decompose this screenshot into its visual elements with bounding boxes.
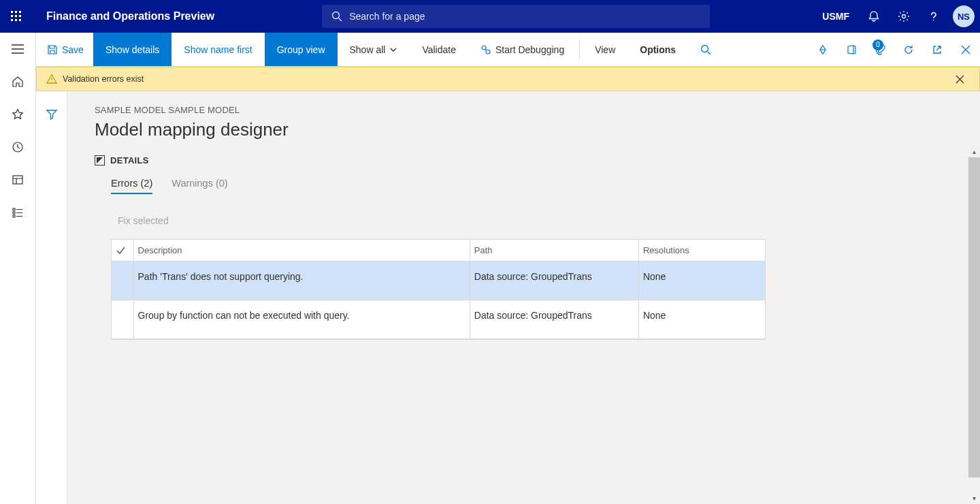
scroll-down-arrow[interactable]: ▾ <box>968 492 980 504</box>
svg-rect-7 <box>15 19 17 21</box>
close-icon <box>961 45 970 54</box>
modules-icon <box>12 206 24 219</box>
details-label: DETAILS <box>110 155 149 166</box>
refresh-icon <box>903 44 914 55</box>
cell-resolutions: None <box>638 300 765 339</box>
tab-errors[interactable]: Errors (2) <box>111 178 152 194</box>
waffle-icon <box>11 11 22 22</box>
nav-recent[interactable] <box>0 131 36 163</box>
nav-home[interactable] <box>0 65 36 98</box>
cell-path: Data source: GroupedTrans <box>470 262 638 300</box>
notifications-button[interactable] <box>859 0 889 33</box>
page-title: Model mapping designer <box>95 119 953 140</box>
svg-line-20 <box>708 51 711 54</box>
validate-button[interactable]: Validate <box>410 33 468 66</box>
validation-banner: Validation errors exist <box>36 67 980 91</box>
col-resolutions[interactable]: Resolutions <box>638 240 765 262</box>
caret-icon <box>95 155 105 166</box>
debug-icon <box>480 44 491 55</box>
show-all-button[interactable]: Show all <box>338 33 410 66</box>
banner-close-button[interactable] <box>956 75 970 84</box>
nav-modules[interactable] <box>0 196 36 229</box>
start-debugging-label: Start Debugging <box>495 44 564 55</box>
popout-icon <box>932 44 943 55</box>
refresh-button[interactable] <box>894 33 923 67</box>
nav-favorites[interactable] <box>0 98 36 131</box>
col-path[interactable]: Path <box>470 240 638 262</box>
funnel-icon <box>46 108 58 121</box>
show-name-first-button[interactable]: Show name first <box>172 33 264 66</box>
svg-rect-0 <box>11 11 13 13</box>
product-title: Finance and Operations Preview <box>33 10 228 22</box>
breadcrumb: SAMPLE MODEL SAMPLE MODEL <box>95 105 953 115</box>
filter-toggle-button[interactable] <box>36 101 67 128</box>
gear-icon <box>898 10 910 22</box>
show-all-label: Show all <box>350 44 386 55</box>
table-row[interactable]: Path 'Trans' does not support querying.D… <box>112 262 766 300</box>
popout-button[interactable] <box>923 33 951 67</box>
clock-icon <box>12 141 24 153</box>
table-row[interactable]: Group by function can not be executed wi… <box>112 300 766 339</box>
company-picker[interactable]: USMF <box>813 11 859 22</box>
home-icon <box>12 76 24 88</box>
row-select-cell[interactable] <box>112 300 133 339</box>
close-button[interactable] <box>951 33 980 67</box>
svg-rect-6 <box>11 19 13 21</box>
search-icon <box>331 11 342 22</box>
office-addin-button[interactable] <box>837 33 866 67</box>
close-icon <box>956 75 964 84</box>
checkmark-icon <box>116 246 125 255</box>
help-button[interactable] <box>919 0 949 33</box>
action-pane: Save Show details Show name first Group … <box>36 33 980 67</box>
cell-resolutions: None <box>638 262 765 300</box>
save-label: Save <box>62 44 84 55</box>
filter-pane-rail <box>36 91 67 504</box>
banner-text: Validation errors exist <box>63 74 144 84</box>
related-info-button[interactable] <box>808 33 837 67</box>
svg-rect-5 <box>19 15 21 17</box>
cell-path: Data source: GroupedTrans <box>470 300 638 339</box>
fix-selected-button: Fix selected <box>118 215 169 226</box>
hamburger-icon <box>12 44 24 54</box>
left-nav-rail <box>0 33 36 504</box>
select-all-header[interactable] <box>112 240 133 262</box>
group-view-button[interactable]: Group view <box>265 33 338 66</box>
svg-rect-3 <box>11 15 13 17</box>
cell-description: Group by function can not be executed wi… <box>133 300 470 339</box>
nav-expand-button[interactable] <box>0 33 36 65</box>
row-select-cell[interactable] <box>112 262 133 300</box>
action-search-button[interactable] <box>688 33 723 66</box>
office-icon <box>846 44 857 55</box>
grid-header-row: Description Path Resolutions <box>112 240 766 262</box>
bell-icon <box>868 10 880 22</box>
scroll-thumb[interactable] <box>968 157 980 477</box>
start-debugging-button[interactable]: Start Debugging <box>468 33 576 66</box>
settings-button[interactable] <box>889 0 919 33</box>
nav-workspaces[interactable] <box>0 163 36 196</box>
tab-warnings[interactable]: Warnings (0) <box>172 178 227 194</box>
view-menu[interactable]: View <box>583 33 627 66</box>
options-menu[interactable]: Options <box>627 33 688 66</box>
global-search-input[interactable]: Search for a page <box>322 5 710 28</box>
details-tabs: Errors (2) Warnings (0) <box>95 178 953 194</box>
save-button[interactable]: Save <box>36 33 93 66</box>
cell-description: Path 'Trans' does not support querying. <box>133 262 470 300</box>
global-header: Finance and Operations Preview Search fo… <box>0 0 980 33</box>
svg-point-19 <box>702 45 708 52</box>
attachments-button[interactable]: 0 <box>866 33 894 67</box>
app-launcher-button[interactable] <box>0 0 33 33</box>
svg-rect-13 <box>13 176 22 184</box>
question-icon <box>928 10 940 22</box>
scroll-up-arrow[interactable]: ▴ <box>968 146 980 157</box>
vertical-scrollbar[interactable]: ▴ ▾ <box>968 146 980 504</box>
show-details-button[interactable]: Show details <box>93 33 172 66</box>
attachments-badge: 0 <box>872 40 883 50</box>
grid-toolbar: Fix selected <box>95 215 953 227</box>
diamond-icon <box>817 44 828 55</box>
main-content: SAMPLE MODEL SAMPLE MODEL Model mapping … <box>67 91 980 504</box>
workspace-icon <box>12 174 24 186</box>
user-avatar[interactable]: NS <box>953 5 975 27</box>
details-section-toggle[interactable]: DETAILS <box>95 155 953 166</box>
save-icon <box>47 44 58 55</box>
col-description[interactable]: Description <box>133 240 470 262</box>
